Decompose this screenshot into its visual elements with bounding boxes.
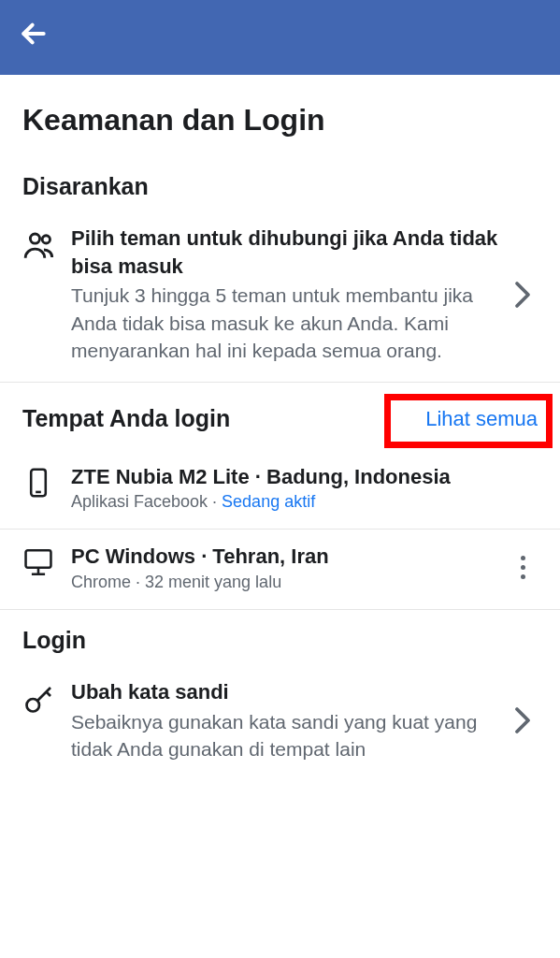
page-title: Keamanan dan Login: [0, 75, 560, 156]
dot-icon: [521, 574, 525, 579]
device-row-desktop[interactable]: PC Windows · Tehran, Iran Chrome · 32 me…: [0, 530, 560, 610]
device-meta: Aplikasi Facebook · Sedang aktif: [71, 492, 541, 512]
key-icon: [22, 678, 60, 719]
see-all-link[interactable]: Lihat semua: [416, 401, 547, 437]
item-title: Pilih teman untuk dihubungi jika Anda ti…: [71, 225, 504, 280]
device-row-mobile[interactable]: ZTE Nubia M2 Lite · Badung, Indonesia Ap…: [0, 450, 560, 530]
svg-point-8: [27, 699, 40, 712]
svg-point-2: [42, 236, 50, 243]
chevron-right-icon: [504, 706, 541, 734]
device-status-active: Sedang aktif: [222, 492, 315, 511]
section-title-recommended: Disarankan: [0, 156, 560, 211]
dot-icon: [521, 556, 525, 560]
item-content: PC Windows · Tehran, Iran Chrome · 32 me…: [60, 543, 504, 592]
mobile-icon: [22, 463, 60, 502]
svg-rect-5: [26, 550, 51, 567]
content-area: Keamanan dan Login Disarankan Pilih tema…: [0, 75, 560, 779]
item-content: Pilih teman untuk dihubungi jika Anda ti…: [60, 225, 504, 365]
back-button[interactable]: [19, 19, 49, 56]
device-app: Aplikasi Facebook: [71, 492, 208, 511]
more-options-button[interactable]: [504, 556, 541, 579]
section-title-login: Login: [0, 610, 560, 665]
svg-line-10: [47, 691, 51, 696]
dot-icon: [521, 565, 525, 570]
device-title: ZTE Nubia M2 Lite · Badung, Indonesia: [71, 463, 541, 491]
section-header-where-logged-in: Tempat Anda login Lihat semua: [0, 383, 560, 450]
separator: ·: [131, 573, 145, 591]
item-content: Ubah kata sandi Sebaiknya gunakan kata s…: [60, 678, 504, 762]
separator: ·: [208, 492, 222, 511]
device-meta: Chrome · 32 menit yang lalu: [71, 573, 504, 592]
item-subtitle: Tunjuk 3 hingga 5 teman untuk membantu j…: [71, 282, 504, 364]
friends-icon: [22, 225, 60, 268]
desktop-icon: [22, 543, 60, 582]
chevron-right-icon: [504, 281, 541, 309]
item-title: Ubah kata sandi: [71, 678, 504, 706]
arrow-left-icon: [19, 19, 49, 49]
item-content: ZTE Nubia M2 Lite · Badung, Indonesia Ap…: [60, 463, 541, 513]
device-app: Chrome: [71, 573, 131, 591]
device-status-time: 32 menit yang lalu: [145, 573, 281, 591]
login-item-change-password[interactable]: Ubah kata sandi Sebaiknya gunakan kata s…: [0, 665, 560, 779]
app-header: [0, 0, 560, 75]
device-title: PC Windows · Tehran, Iran: [71, 543, 504, 571]
svg-point-1: [30, 234, 39, 243]
section-title-where-logged-in: Tempat Anda login: [22, 405, 230, 432]
item-subtitle: Sebaiknya gunakan kata sandi yang kuat y…: [71, 708, 504, 763]
recommended-item-choose-friends[interactable]: Pilih teman untuk dihubungi jika Anda ti…: [0, 211, 560, 383]
